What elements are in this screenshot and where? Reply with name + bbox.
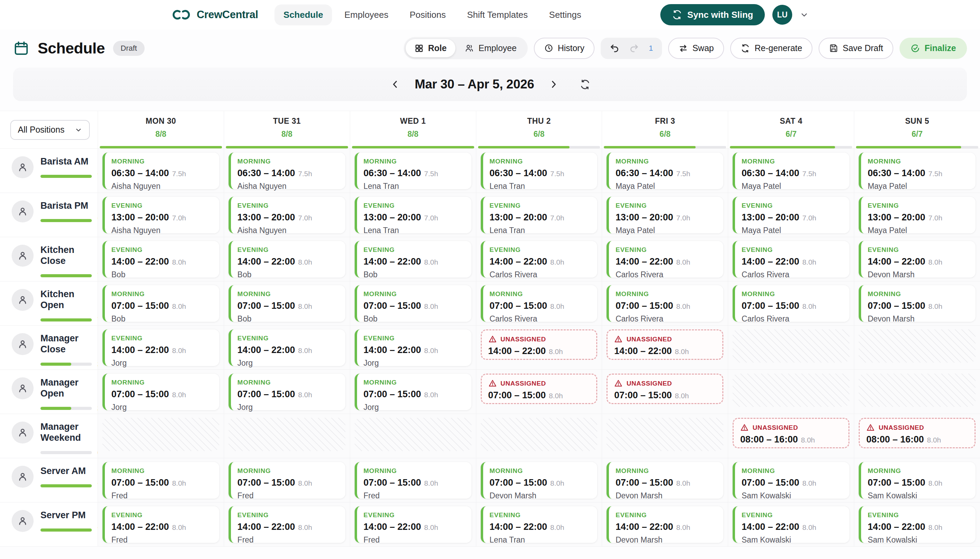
- nav-positions[interactable]: Positions: [401, 5, 455, 25]
- shift-card[interactable]: MORNING 06:30 – 14:007.5h Maya Patel: [859, 152, 975, 189]
- shift-time-text: 14:00 – 22:00: [614, 346, 671, 356]
- toggle-role-button[interactable]: Role: [406, 39, 455, 57]
- account-chevron-down-icon[interactable]: [800, 10, 808, 19]
- shift-card[interactable]: EVENING 14:00 – 22:008.0h Carlos Rivera: [733, 241, 850, 278]
- nav-shift-templates[interactable]: Shift Templates: [458, 5, 536, 25]
- shift-tone: MORNING: [741, 158, 843, 165]
- empty-slot-hatch: [733, 329, 850, 362]
- shift-card[interactable]: MORNING 07:00 – 15:008.0h Fred: [229, 462, 345, 499]
- shift-card[interactable]: EVENING 13:00 – 20:007.0h Maya Patel: [607, 197, 723, 233]
- shift-card[interactable]: MORNING 07:00 – 15:008.0h Bob: [102, 285, 219, 322]
- schedule-cell: MORNING 07:00 – 15:008.0h Bob: [224, 281, 350, 325]
- schedule-grid: All Positions MON 30 8/8 TUE 31 8/8 WED …: [0, 111, 980, 547]
- shift-card[interactable]: EVENING 14:00 – 22:008.0h Jorg: [102, 329, 219, 366]
- shift-card[interactable]: MORNING 06:30 – 14:007.5h Maya Patel: [607, 152, 723, 189]
- position-cell: Barista PM 7/7: [0, 193, 98, 237]
- unassigned-label: UNASSIGNED: [501, 336, 546, 343]
- shift-card[interactable]: EVENING 13:00 – 20:007.0h Maya Patel: [859, 197, 975, 233]
- unassigned-shift-card[interactable]: UNASSIGNED 14:00 – 22:008.0h: [607, 329, 723, 360]
- shift-time-text: 14:00 – 22:00: [615, 522, 673, 532]
- shift-card[interactable]: EVENING 13:00 – 20:007.0h Lena Tran: [355, 197, 472, 233]
- shift-card[interactable]: EVENING 14:00 – 22:008.0h Fred: [355, 506, 472, 543]
- prev-week-chevron-icon[interactable]: [389, 78, 401, 90]
- shift-card[interactable]: EVENING 14:00 – 22:008.0h Carlos Rivera: [607, 241, 723, 278]
- shift-time-text: 06:30 – 14:00: [868, 168, 925, 178]
- unassigned-shift-card[interactable]: UNASSIGNED 07:00 – 15:008.0h: [607, 374, 723, 404]
- unassigned-shift-card[interactable]: UNASSIGNED 08:00 – 16:008.0h: [859, 418, 975, 448]
- shift-card[interactable]: MORNING 07:00 – 15:008.0h Devon Marsh: [607, 462, 723, 499]
- shift-card[interactable]: EVENING 13:00 – 20:007.0h Aisha Nguyen: [102, 197, 219, 233]
- shift-card[interactable]: EVENING 14:00 – 22:008.0h Jorg: [355, 329, 472, 366]
- shift-card[interactable]: MORNING 07:00 – 15:008.0h Jorg: [102, 374, 219, 410]
- shift-card[interactable]: MORNING 07:00 – 15:008.0h Jorg: [355, 374, 472, 410]
- toggle-employee-button[interactable]: Employee: [455, 39, 525, 57]
- nav-schedule[interactable]: Schedule: [274, 5, 332, 25]
- shift-card[interactable]: MORNING 06:30 – 14:007.5h Maya Patel: [733, 152, 850, 189]
- shift-card[interactable]: MORNING 07:00 – 15:008.0h Bob: [229, 285, 345, 322]
- shift-time-text: 14:00 – 22:00: [238, 345, 295, 355]
- shift-card[interactable]: EVENING 14:00 – 22:008.0h Fred: [102, 506, 219, 543]
- shift-card[interactable]: EVENING 14:00 – 22:008.0h Lena Tran: [481, 506, 597, 543]
- shift-card[interactable]: EVENING 14:00 – 22:008.0h Devon Marsh: [607, 506, 723, 543]
- day-coverage-bar-fill: [226, 146, 348, 149]
- unassigned-shift-card[interactable]: UNASSIGNED 08:00 – 16:008.0h: [733, 418, 850, 448]
- shift-card[interactable]: EVENING 14:00 – 22:008.0h Devon Marsh: [859, 241, 975, 278]
- nav-settings[interactable]: Settings: [540, 5, 590, 25]
- shift-card[interactable]: MORNING 07:00 – 15:008.0h Carlos Rivera: [733, 285, 850, 322]
- day-column-header: WED 1 8/8: [350, 111, 476, 149]
- sync-with-sling-button[interactable]: Sync with Sling: [660, 4, 765, 25]
- empty-slot-hatch: [859, 374, 975, 407]
- schedule-row: Kitchen Open 7/7 MORNING 07:00 – 15:008.…: [0, 281, 980, 326]
- refresh-week-icon[interactable]: [579, 79, 591, 90]
- shift-time-text: 14:00 – 22:00: [741, 256, 799, 267]
- undo-icon[interactable]: [610, 43, 620, 53]
- shift-card[interactable]: MORNING 07:00 – 15:008.0h Carlos Rivera: [481, 285, 597, 322]
- shift-employee: Carlos Rivera: [615, 270, 717, 280]
- swap-button[interactable]: Swap: [668, 38, 724, 59]
- shift-time: 14:00 – 22:008.0h: [615, 522, 717, 532]
- shift-hours: 8.0h: [549, 347, 563, 356]
- shift-card[interactable]: MORNING 06:30 – 14:007.5h Aisha Nguyen: [229, 152, 345, 189]
- shift-card[interactable]: EVENING 13:00 – 20:007.0h Aisha Nguyen: [229, 197, 345, 233]
- shift-time-text: 07:00 – 15:00: [363, 478, 421, 488]
- shift-card[interactable]: MORNING 07:00 – 15:008.0h Carlos Rivera: [607, 285, 723, 322]
- unassigned-shift-card[interactable]: UNASSIGNED 14:00 – 22:008.0h: [481, 329, 597, 360]
- user-avatar[interactable]: LU: [772, 5, 792, 25]
- nav-employees[interactable]: Employees: [335, 5, 398, 25]
- shift-card[interactable]: MORNING 07:00 – 15:008.0h Bob: [355, 285, 472, 322]
- shift-card[interactable]: MORNING 07:00 – 15:008.0h Sam Kowalski: [859, 462, 975, 499]
- shift-card[interactable]: MORNING 07:00 – 15:008.0h Fred: [355, 462, 472, 499]
- shift-card[interactable]: MORNING 06:30 – 14:007.5h Lena Tran: [355, 152, 472, 189]
- shift-card[interactable]: MORNING 06:30 – 14:007.5h Lena Tran: [481, 152, 597, 189]
- shift-card[interactable]: EVENING 14:00 – 22:008.0h Sam Kowalski: [859, 506, 975, 543]
- shift-card[interactable]: EVENING 14:00 – 22:008.0h Bob: [102, 241, 219, 278]
- next-week-chevron-icon[interactable]: [548, 78, 559, 90]
- shift-tone: MORNING: [741, 290, 843, 298]
- shift-card[interactable]: MORNING 07:00 – 15:008.0h Devon Marsh: [481, 462, 597, 499]
- regenerate-button[interactable]: Re-generate: [730, 38, 812, 59]
- day-coverage-bar: [478, 146, 601, 149]
- shift-employee: Bob: [111, 270, 213, 280]
- shift-card[interactable]: EVENING 14:00 – 22:008.0h Sam Kowalski: [733, 506, 850, 543]
- day-column-header: TUE 31 8/8: [224, 111, 350, 149]
- shift-card[interactable]: MORNING 06:30 – 14:007.5h Aisha Nguyen: [102, 152, 219, 189]
- shift-time-text: 14:00 – 22:00: [868, 256, 925, 267]
- shift-card[interactable]: MORNING 07:00 – 15:008.0h Devon Marsh: [859, 285, 975, 322]
- shift-card[interactable]: EVENING 14:00 – 22:008.0h Jorg: [229, 329, 345, 366]
- shift-card[interactable]: EVENING 14:00 – 22:008.0h Fred: [229, 506, 345, 543]
- redo-icon[interactable]: [629, 43, 639, 53]
- unassigned-shift-card[interactable]: UNASSIGNED 07:00 – 15:008.0h: [481, 374, 597, 404]
- shift-card[interactable]: MORNING 07:00 – 15:008.0h Fred: [102, 462, 219, 499]
- shift-hours: 8.0h: [298, 258, 312, 266]
- save-draft-button[interactable]: Save Draft: [818, 38, 893, 59]
- shift-card[interactable]: EVENING 14:00 – 22:008.0h Carlos Rivera: [481, 241, 597, 278]
- shift-card[interactable]: MORNING 07:00 – 15:008.0h Sam Kowalski: [733, 462, 850, 499]
- shift-card[interactable]: MORNING 07:00 – 15:008.0h Jorg: [229, 374, 345, 410]
- positions-filter-select[interactable]: All Positions: [10, 120, 90, 140]
- shift-card[interactable]: EVENING 14:00 – 22:008.0h Bob: [355, 241, 472, 278]
- shift-card[interactable]: EVENING 13:00 – 20:007.0h Lena Tran: [481, 197, 597, 233]
- finalize-button[interactable]: Finalize: [899, 38, 967, 59]
- shift-card[interactable]: EVENING 14:00 – 22:008.0h Bob: [229, 241, 345, 278]
- shift-card[interactable]: EVENING 13:00 – 20:007.0h Maya Patel: [733, 197, 850, 233]
- history-button[interactable]: History: [534, 38, 595, 59]
